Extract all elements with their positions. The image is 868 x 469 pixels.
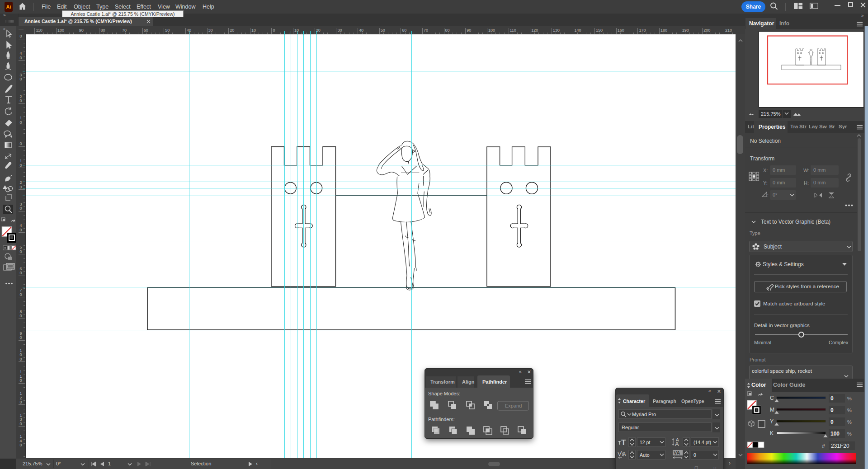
svg-text:50: 50	[165, 28, 170, 33]
svg-text:A: A	[675, 441, 679, 446]
svg-text:3: 3	[19, 73, 22, 77]
svg-text:4: 4	[19, 223, 22, 228]
svg-text:1: 1	[19, 374, 22, 379]
svg-text:200: 200	[703, 28, 710, 33]
svg-text:130: 130	[553, 28, 560, 33]
svg-text:0: 0	[273, 28, 275, 33]
svg-text:30: 30	[337, 28, 342, 33]
svg-text:0: 0	[19, 163, 22, 168]
svg-text:110: 110	[510, 28, 516, 33]
svg-text:190: 190	[682, 28, 689, 33]
svg-text:3: 3	[19, 202, 22, 206]
svg-text:2: 2	[19, 94, 22, 99]
svg-text:0: 0	[19, 271, 22, 275]
svg-text:4: 4	[19, 439, 22, 443]
svg-text:Y: Y	[770, 418, 774, 425]
svg-text:1: 1	[19, 434, 22, 439]
svg-text:»: »	[3, 27, 5, 31]
svg-text:20: 20	[230, 28, 234, 33]
svg-text:30: 30	[208, 28, 213, 33]
svg-text:160: 160	[618, 28, 624, 33]
svg-text:0: 0	[19, 120, 22, 125]
svg-text:0: 0	[830, 419, 834, 425]
svg-text:0: 0	[19, 292, 22, 297]
svg-text:0: 0	[19, 400, 22, 404]
svg-text:0: 0	[19, 422, 22, 426]
svg-text:Pathfinders:: Pathfinders:	[428, 417, 455, 422]
svg-text:3: 3	[19, 417, 22, 422]
svg-text:8: 8	[19, 310, 22, 314]
svg-text:90: 90	[79, 28, 84, 33]
svg-text:0: 0	[19, 443, 22, 447]
svg-text:0: 0	[19, 98, 22, 103]
svg-text:6: 6	[19, 267, 22, 271]
svg-text:1: 1	[19, 391, 22, 396]
svg-text:5: 5	[19, 245, 22, 249]
svg-text:%: %	[847, 408, 852, 413]
svg-text:50: 50	[381, 28, 385, 33]
svg-text:1: 1	[19, 370, 22, 374]
svg-text:0: 0	[19, 335, 22, 340]
svg-text:120: 120	[531, 28, 538, 33]
svg-text:0: 0	[19, 314, 22, 318]
svg-text:110: 110	[36, 28, 42, 33]
svg-text:C: C	[770, 395, 774, 401]
svg-text:10: 10	[251, 28, 256, 33]
svg-text:%: %	[847, 396, 852, 401]
svg-text:140: 140	[575, 28, 581, 33]
svg-text:2: 2	[19, 180, 22, 185]
svg-text:100: 100	[488, 28, 495, 33]
svg-text::: :	[767, 193, 769, 197]
svg-text:90: 90	[467, 28, 471, 33]
svg-text:M: M	[770, 407, 774, 413]
svg-text:170: 170	[639, 28, 646, 33]
svg-text:70: 70	[424, 28, 428, 33]
svg-text:0: 0	[830, 407, 834, 413]
svg-text:210: 210	[725, 28, 732, 33]
svg-text:1: 1	[19, 348, 22, 353]
svg-text:2: 2	[19, 396, 22, 400]
svg-text:0: 0	[830, 395, 834, 402]
svg-text:%: %	[847, 419, 852, 425]
svg-text:10: 10	[294, 28, 299, 33]
svg-text:V: V	[618, 450, 622, 457]
svg-text:9: 9	[19, 331, 22, 336]
svg-text:0: 0	[19, 249, 22, 254]
svg-text:0: 0	[19, 357, 22, 361]
svg-text:VA: VA	[674, 450, 680, 455]
svg-text:100: 100	[57, 28, 64, 33]
svg-text:0: 0	[19, 378, 22, 383]
svg-text:%: %	[847, 431, 852, 436]
svg-text:0: 0	[19, 185, 22, 189]
svg-text:4: 4	[19, 51, 22, 56]
svg-text:1: 1	[19, 159, 22, 163]
svg-text:0: 0	[19, 206, 22, 211]
svg-text:7: 7	[19, 288, 22, 292]
svg-text:40: 40	[359, 28, 363, 33]
svg-text:0: 0	[19, 56, 22, 60]
svg-text:215.75%: 215.75%	[761, 111, 781, 117]
svg-text:60: 60	[144, 28, 148, 33]
svg-text:40: 40	[187, 28, 191, 33]
svg-text:0: 0	[19, 352, 22, 357]
svg-text:100: 100	[830, 431, 840, 437]
svg-text:180: 180	[660, 28, 667, 33]
svg-text:60: 60	[402, 28, 406, 33]
svg-text:0: 0	[19, 34, 22, 38]
svg-text:0: 0	[19, 141, 22, 146]
svg-text:1: 1	[19, 413, 22, 417]
svg-text:T: T	[618, 440, 621, 446]
svg-text:80: 80	[445, 28, 450, 33]
svg-text:Expand: Expand	[505, 403, 522, 408]
svg-text:1: 1	[19, 116, 22, 120]
svg-text:0: 0	[19, 228, 22, 232]
svg-text:150: 150	[596, 28, 603, 33]
svg-text:80: 80	[100, 28, 105, 33]
svg-text:K: K	[770, 430, 774, 436]
svg-text:T: T	[621, 438, 626, 447]
svg-text:70: 70	[122, 28, 127, 33]
svg-text:0: 0	[19, 77, 22, 81]
